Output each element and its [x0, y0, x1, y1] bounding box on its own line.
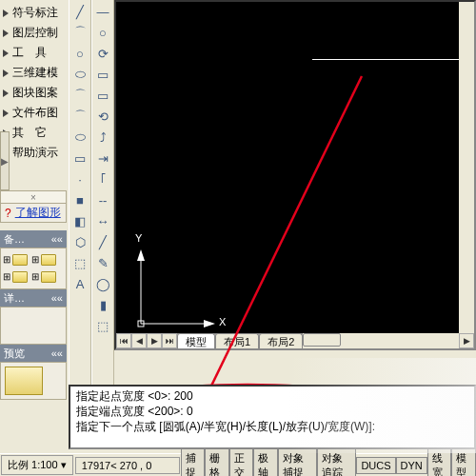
model-tab-bar: ⏮ ◀ ▶ ⏭ 模型 布局1 布局2 ▶	[116, 333, 474, 348]
folder-item[interactable]: ⊞	[33, 252, 60, 268]
axis-y-label: Y	[135, 232, 142, 244]
copy-icon[interactable]: ○	[93, 23, 112, 42]
scroll-right-button[interactable]: ▶	[459, 333, 474, 348]
fillet-icon[interactable]: ✎	[93, 253, 112, 272]
polar-toggle[interactable]: 极轴	[253, 448, 278, 477]
region-icon[interactable]: ⬚	[70, 253, 89, 272]
camera-icon[interactable]: ⬚	[93, 316, 112, 335]
trim-icon[interactable]: ⇥	[93, 149, 112, 168]
folder-item[interactable]: ⊞	[5, 269, 31, 285]
folder-icon	[12, 271, 28, 283]
spline-icon[interactable]: ⌒	[70, 107, 89, 126]
ellipse-icon[interactable]: ⬭	[70, 65, 89, 84]
expand-icon	[3, 50, 9, 57]
menu-item[interactable]: 三维建模	[3, 63, 68, 83]
menu-item[interactable]: 工 具	[3, 43, 68, 63]
collapse-icon: ««	[51, 233, 63, 245]
menu-item[interactable]: 符号标注	[3, 3, 68, 23]
tab-first-button[interactable]: ⏮	[116, 333, 131, 348]
polygon-icon[interactable]: ⬡	[70, 232, 89, 251]
collapse-icon: ««	[51, 347, 63, 359]
tab-prev-button[interactable]: ◀	[131, 333, 147, 348]
text-icon[interactable]: A	[70, 274, 89, 293]
move-icon[interactable]: —	[93, 2, 112, 21]
model-toggle[interactable]: 模型	[451, 448, 476, 477]
learn-drawing-link[interactable]: 了解图形	[15, 205, 61, 221]
command-history-line: 指定端点宽度 <200>: 0	[76, 404, 468, 419]
command-history-line: 指定起点宽度 <0>: 200	[76, 388, 468, 404]
preview-palette-header[interactable]: 预览««	[0, 345, 67, 362]
nav-close[interactable]: ×	[0, 190, 67, 204]
ducs-toggle[interactable]: DUCS	[356, 457, 395, 474]
mirror-icon[interactable]: ⤴	[93, 128, 112, 147]
tab-model[interactable]: 模型	[177, 333, 215, 348]
status-bar: 比例 1:100 ▾ 17917< 270 , 0 捕捉 栅格 正交 极轴 对象…	[0, 453, 476, 476]
array-icon[interactable]: ▭	[93, 65, 112, 84]
gradient-icon[interactable]: ◧	[70, 211, 89, 230]
expand-icon	[3, 89, 9, 97]
extend-icon[interactable]: ｢	[93, 169, 112, 188]
menu-item[interactable]: 文件布图	[3, 103, 68, 123]
vertical-scrollbar[interactable]	[459, 2, 474, 333]
ucs-icon: Y X	[128, 242, 223, 337]
tab-last-button[interactable]: ⏭	[162, 333, 177, 348]
menu-item[interactable]: 图层控制	[3, 23, 68, 43]
detail-palette-body	[0, 307, 67, 345]
command-window[interactable]: 指定起点宽度 <0>: 200 指定端点宽度 <200>: 0 指定下一个点或 …	[69, 385, 476, 449]
osnap-toggle[interactable]: 对象捕捉	[278, 448, 317, 477]
otrack-toggle[interactable]: 对象追踪	[317, 448, 356, 477]
menu-item[interactable]: 图块图案	[3, 83, 68, 103]
expand-icon	[3, 10, 9, 17]
arc-icon[interactable]: ⌒	[70, 86, 89, 105]
offset-icon[interactable]: ⟲	[93, 107, 112, 126]
tab-layout1[interactable]: 布局1	[215, 333, 259, 348]
draw-toolbar: ╱ ⌒ ○ ⬭ ⌒ ⌒ ⬭ ▭ · ■ ◧ ⬡ ⬚ A	[69, 0, 91, 387]
expand-icon	[3, 69, 9, 77]
explode-icon[interactable]: ◯	[93, 274, 112, 293]
drawn-line	[312, 59, 465, 60]
collapse-icon: ««	[51, 292, 63, 304]
rectangle-icon[interactable]: ▭	[70, 149, 89, 168]
folder-item[interactable]: ⊞	[33, 269, 60, 285]
erase-icon[interactable]: ▮	[93, 295, 112, 314]
backup-palette-body: ⊞ ⊞ ⊞ ⊞	[0, 248, 67, 289]
nav-palette: × ?了解图形 备…«« ⊞ ⊞ ⊞ ⊞ 详…«« 预览««	[0, 133, 67, 400]
coordinates-display: 17917< 270 , 0	[75, 457, 180, 474]
ellipse-arc-icon[interactable]: ⬭	[70, 128, 89, 147]
svg-marker-1	[137, 249, 145, 261]
question-icon: ?	[5, 207, 11, 220]
expand-icon	[3, 109, 9, 117]
preview-palette-body	[0, 362, 67, 400]
scale-display[interactable]: 比例 1:100 ▾	[1, 455, 73, 475]
svg-rect-4	[138, 321, 144, 327]
modify-toolbar: — ○ ⟳ ▭ ▭ ⟲ ⤴ ⇥ ｢ -- ↔ ╱ ✎ ◯ ▮ ⬚	[91, 0, 114, 387]
detail-palette-header[interactable]: 详…««	[0, 289, 67, 307]
hatch-icon[interactable]: ■	[70, 190, 89, 209]
break-icon[interactable]: --	[93, 190, 112, 209]
scale-icon[interactable]: ▭	[93, 86, 112, 105]
arc-icon[interactable]: ⌒	[70, 23, 89, 42]
circle-icon[interactable]: ○	[70, 44, 89, 63]
axis-x-label: X	[219, 316, 226, 327]
folder-icon	[41, 254, 56, 266]
dyn-toggle[interactable]: DYN	[396, 457, 427, 474]
backup-palette-header[interactable]: 备…««	[0, 230, 67, 248]
line-icon[interactable]: ╱	[70, 2, 89, 21]
chamfer-icon[interactable]: ╱	[93, 232, 112, 251]
ortho-toggle[interactable]: 正交	[229, 448, 254, 477]
horizontal-scrollbar[interactable]	[303, 333, 459, 348]
point-icon[interactable]: ·	[70, 169, 89, 188]
command-prompt-line: 指定下一个点或 [圆弧(A)/半宽(H)/长度(L)/放弃(U)/宽度(W)]:	[76, 419, 468, 434]
tab-next-button[interactable]: ▶	[147, 333, 162, 348]
folder-item[interactable]: ⊞	[5, 252, 31, 268]
grid-toggle[interactable]: 栅格	[205, 448, 229, 477]
tab-layout2[interactable]: 布局2	[259, 333, 303, 348]
lineweight-toggle[interactable]: 线宽	[427, 448, 452, 477]
folder-icon	[12, 254, 28, 266]
rotate-icon[interactable]: ⟳	[93, 44, 112, 63]
snap-toggle[interactable]: 捕捉	[181, 448, 206, 477]
preview-swatch	[5, 367, 43, 395]
drawing-canvas[interactable]: Y X ⏮ ◀ ▶ ⏭ 模型 布局1 布局2 ▶	[114, 0, 476, 350]
stretch-icon[interactable]: ↔	[93, 211, 112, 230]
folder-icon	[41, 271, 56, 283]
